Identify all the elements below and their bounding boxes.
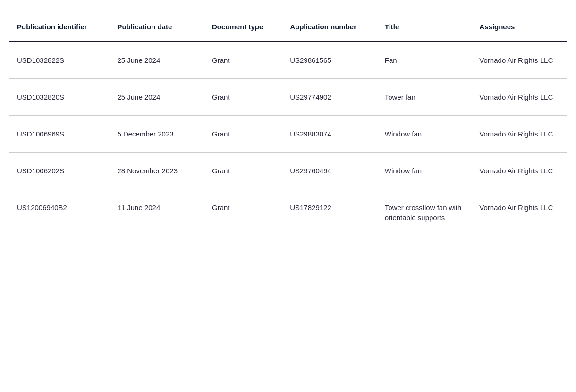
table-row[interactable]: US12006940B211 June 2024GrantUS17829122T… bbox=[9, 189, 567, 236]
cell-app_num-3: US29760494 bbox=[282, 153, 377, 189]
col-header-assignees: Assignees bbox=[472, 14, 567, 42]
col-header-title: Title bbox=[377, 14, 472, 42]
cell-app_num-2: US29883074 bbox=[282, 116, 377, 153]
table-row[interactable]: USD1006202S28 November 2023GrantUS297604… bbox=[9, 153, 567, 189]
cell-app_num-1: US29774902 bbox=[282, 79, 377, 116]
cell-app_num-0: US29861565 bbox=[282, 42, 377, 79]
cell-assignees-2: Vornado Air Rights LLC bbox=[472, 116, 567, 153]
table-row[interactable]: USD1032822S25 June 2024GrantUS29861565Fa… bbox=[9, 42, 567, 79]
cell-title-3: Window fan bbox=[377, 153, 472, 189]
table-row[interactable]: USD1032820S25 June 2024GrantUS29774902To… bbox=[9, 79, 567, 116]
cell-pub_date-2: 5 December 2023 bbox=[110, 116, 204, 153]
col-header-pub-date: Publication date bbox=[110, 14, 204, 42]
cell-pub_date-0: 25 June 2024 bbox=[110, 42, 204, 79]
header-row: Publication identifier Publication date … bbox=[9, 14, 567, 42]
results-table-container: Publication identifier Publication date … bbox=[9, 14, 567, 236]
cell-app_num-4: US17829122 bbox=[282, 189, 377, 236]
cell-doc_type-0: Grant bbox=[204, 42, 282, 79]
table-header: Publication identifier Publication date … bbox=[9, 14, 567, 42]
col-header-pub-id: Publication identifier bbox=[9, 14, 110, 42]
cell-pub_date-1: 25 June 2024 bbox=[110, 79, 204, 116]
results-table: Publication identifier Publication date … bbox=[9, 14, 567, 236]
cell-pub_date-3: 28 November 2023 bbox=[110, 153, 204, 189]
cell-assignees-4: Vornado Air Rights LLC bbox=[472, 189, 567, 236]
table-body: USD1032822S25 June 2024GrantUS29861565Fa… bbox=[9, 42, 567, 236]
cell-doc_type-2: Grant bbox=[204, 116, 282, 153]
cell-doc_type-1: Grant bbox=[204, 79, 282, 116]
cell-pub_id-3: USD1006202S bbox=[9, 153, 110, 189]
cell-title-1: Tower fan bbox=[377, 79, 472, 116]
cell-pub_date-4: 11 June 2024 bbox=[110, 189, 204, 236]
table-row[interactable]: USD1006969S5 December 2023GrantUS2988307… bbox=[9, 116, 567, 153]
cell-assignees-1: Vornado Air Rights LLC bbox=[472, 79, 567, 116]
cell-pub_id-4: US12006940B2 bbox=[9, 189, 110, 236]
col-header-app-num: Application number bbox=[282, 14, 377, 42]
cell-doc_type-3: Grant bbox=[204, 153, 282, 189]
cell-title-2: Window fan bbox=[377, 116, 472, 153]
cell-assignees-0: Vornado Air Rights LLC bbox=[472, 42, 567, 79]
cell-pub_id-0: USD1032822S bbox=[9, 42, 110, 79]
cell-doc_type-4: Grant bbox=[204, 189, 282, 236]
cell-pub_id-2: USD1006969S bbox=[9, 116, 110, 153]
col-header-doc-type: Document type bbox=[204, 14, 282, 42]
cell-assignees-3: Vornado Air Rights LLC bbox=[472, 153, 567, 189]
cell-title-4: Tower crossflow fan with orientable supp… bbox=[377, 189, 472, 236]
cell-pub_id-1: USD1032820S bbox=[9, 79, 110, 116]
cell-title-0: Fan bbox=[377, 42, 472, 79]
